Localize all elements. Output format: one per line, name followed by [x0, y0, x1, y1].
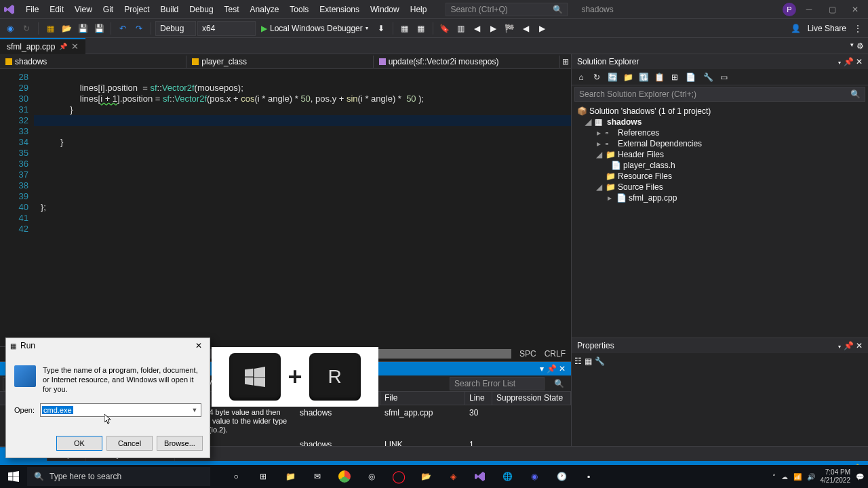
- run-dialog-titlebar[interactable]: ▦ Run ✕: [6, 338, 210, 353]
- close-icon[interactable]: ✕: [192, 341, 205, 350]
- code-editor[interactable]: 282930313233343536373839404142 lines[i].…: [0, 69, 571, 346]
- tool-icon-4[interactable]: ▥: [454, 21, 469, 36]
- preview-icon[interactable]: 📄: [684, 70, 697, 84]
- error-search-input[interactable]: Search Error List: [450, 377, 545, 390]
- collapse-icon[interactable]: 📋: [652, 70, 666, 84]
- folder-icon[interactable]: 📂: [412, 465, 439, 488]
- references-node[interactable]: ▸▫References: [574, 127, 865, 138]
- tool-icon-8[interactable]: ◀: [519, 21, 534, 36]
- pin-icon[interactable]: 📌: [844, 341, 854, 350]
- redo-icon[interactable]: ↷: [132, 21, 146, 36]
- pin-icon[interactable]: ▾ 📌: [540, 364, 556, 373]
- solution-explorer-title[interactable]: Solution Explorer ▾ 📌 ✕: [572, 54, 868, 69]
- col-file-header[interactable]: File: [380, 392, 465, 405]
- toolbar-overflow-icon[interactable]: ⋮: [850, 21, 865, 36]
- menu-git[interactable]: Git: [98, 2, 119, 17]
- notifications-icon[interactable]: 💬: [856, 473, 864, 481]
- close-icon[interactable]: ✕: [856, 57, 863, 66]
- obs-icon[interactable]: ◎: [358, 465, 385, 488]
- dropdown-icon[interactable]: ▾: [838, 344, 841, 350]
- opera-icon[interactable]: ◯: [385, 465, 412, 488]
- forward-icon[interactable]: ↻: [19, 21, 34, 36]
- source-files-node[interactable]: ◢📁Source Files: [574, 182, 865, 192]
- menu-debug[interactable]: Debug: [184, 2, 218, 17]
- sfml-app-cpp[interactable]: ▸📄sfml_app.cpp: [574, 192, 865, 203]
- method-dropdown[interactable]: update(sf::Vector2i mousepos): [374, 56, 560, 68]
- tool-icon-1[interactable]: ▦: [397, 21, 412, 36]
- external-deps-node[interactable]: ▸▫External Dependencies: [574, 138, 865, 149]
- app-icon[interactable]: 🌐: [494, 465, 521, 488]
- menu-tools[interactable]: Tools: [284, 2, 314, 17]
- undo-icon[interactable]: ↶: [115, 21, 130, 36]
- tab-dropdown-icon[interactable]: ▾: [850, 41, 854, 51]
- show-all-icon[interactable]: 📁: [621, 70, 635, 84]
- properties-title[interactable]: Properties ▾ 📌 ✕: [572, 338, 868, 353]
- wrench-icon[interactable]: 🔧: [701, 70, 715, 84]
- dropdown-icon[interactable]: ▾: [838, 60, 841, 66]
- col-suppression-header[interactable]: Suppression State: [492, 392, 571, 405]
- start-button[interactable]: [0, 465, 27, 488]
- tool-icon-5[interactable]: ◀: [470, 21, 485, 36]
- live-share-icon[interactable]: 👤: [789, 21, 804, 36]
- menu-view[interactable]: View: [69, 2, 98, 17]
- tray-up-icon[interactable]: ˄: [772, 473, 776, 481]
- home-icon[interactable]: ⌂: [574, 70, 588, 84]
- ok-button[interactable]: OK: [56, 436, 102, 451]
- tool-icon-9[interactable]: ▶: [535, 21, 550, 36]
- pin-icon[interactable]: 📌: [59, 43, 67, 50]
- start-debug-button[interactable]: ▶ Local Windows Debugger ▾: [257, 22, 372, 35]
- clock-icon[interactable]: 🕐: [548, 465, 575, 488]
- tray-cloud-icon[interactable]: ☁: [781, 473, 788, 481]
- resource-files-node[interactable]: 📁Resource Files: [574, 171, 865, 182]
- minimize-button[interactable]: ─: [799, 3, 819, 16]
- tool-icon-7[interactable]: 🏁: [502, 21, 517, 36]
- vs-icon[interactable]: [467, 465, 494, 488]
- menu-test[interactable]: Test: [219, 2, 245, 17]
- open-combo[interactable]: cmd.exe ▼: [40, 403, 201, 417]
- menu-window[interactable]: Window: [365, 2, 405, 17]
- sync-icon[interactable]: 🔄: [606, 70, 619, 84]
- brave-icon[interactable]: ◈: [439, 465, 467, 488]
- save-all-icon[interactable]: 💾: [92, 21, 106, 36]
- close-icon[interactable]: ✕: [856, 341, 863, 350]
- platform-dropdown[interactable]: x64: [197, 21, 256, 36]
- taskbar-search[interactable]: 🔍 Type here to search: [27, 467, 210, 486]
- cancel-button[interactable]: Cancel: [106, 436, 153, 451]
- solution-search-input[interactable]: Search Solution Explorer (Ctrl+;) 🔍: [574, 87, 865, 102]
- refresh-icon[interactable]: 🔃: [637, 70, 650, 84]
- menu-extensions[interactable]: Extensions: [314, 2, 365, 17]
- config-dropdown[interactable]: Debug: [155, 21, 196, 36]
- back-icon[interactable]: ◉: [3, 21, 18, 36]
- tray-wifi-icon[interactable]: 📶: [793, 473, 802, 481]
- new-item-icon[interactable]: ▦: [43, 21, 58, 36]
- mail-icon[interactable]: ✉: [304, 465, 331, 488]
- col-line-header[interactable]: Line: [465, 392, 492, 405]
- tray-volume-icon[interactable]: 🔊: [807, 473, 815, 481]
- discord-icon[interactable]: ◉: [521, 465, 548, 488]
- search-icon[interactable]: 🔍: [554, 379, 564, 388]
- header-files-node[interactable]: ◢📁Header Files: [574, 149, 865, 160]
- global-search-input[interactable]: Search (Ctrl+Q) 🔍: [446, 3, 568, 16]
- view-icon[interactable]: ▭: [717, 70, 730, 84]
- solution-root[interactable]: 📦Solution 'shadows' (1 of 1 project): [574, 106, 865, 117]
- explorer-icon[interactable]: 📁: [277, 465, 304, 488]
- menu-build[interactable]: Build: [155, 2, 184, 17]
- tab-sfml-app[interactable]: sfml_app.cpp 📌 ✕: [0, 38, 85, 54]
- menu-project[interactable]: Project: [119, 2, 155, 17]
- properties-icon[interactable]: ⊞: [668, 70, 682, 84]
- tool-icon-2[interactable]: ▦: [414, 21, 429, 36]
- class-dropdown[interactable]: player_class: [186, 56, 373, 68]
- browse-button[interactable]: Browse...: [157, 436, 203, 451]
- live-share-label[interactable]: Live Share: [808, 24, 846, 33]
- menu-analyze[interactable]: Analyze: [245, 2, 285, 17]
- close-button[interactable]: ✕: [845, 3, 865, 16]
- cmd-icon[interactable]: ▪: [575, 465, 602, 488]
- code-content[interactable]: lines[i].position = sf::Vector2f(mousepo…: [34, 69, 571, 346]
- combo-dropdown-icon[interactable]: ▼: [190, 407, 199, 413]
- tab-settings-icon[interactable]: ⚙: [856, 41, 864, 51]
- tool-icon-6[interactable]: ▶: [486, 21, 501, 36]
- close-icon[interactable]: ✕: [71, 41, 79, 52]
- cortana-icon[interactable]: ○: [222, 465, 250, 488]
- alpha-icon[interactable]: ▦: [585, 357, 592, 366]
- split-icon[interactable]: ⊞: [560, 57, 571, 66]
